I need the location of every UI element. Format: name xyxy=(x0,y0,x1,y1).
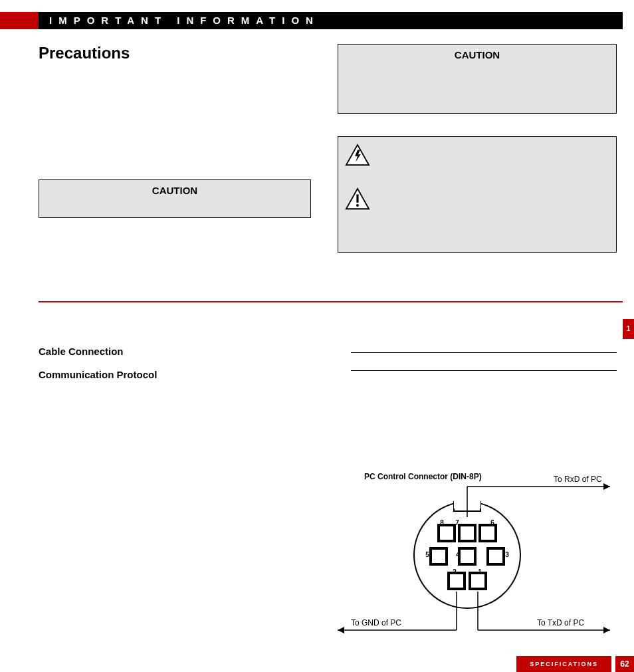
pin-7: 7 xyxy=(454,519,461,526)
subheading-cable: Cable Connection xyxy=(39,346,124,357)
caution-right-title: CAUTION xyxy=(338,45,616,60)
svg-marker-17 xyxy=(603,483,610,490)
red-divider xyxy=(39,301,623,302)
header-accent xyxy=(0,12,39,29)
header-bar: IMPORTANT INFORMATION xyxy=(0,12,623,29)
pin-1: 1 xyxy=(476,568,483,576)
label-txd: To TxD of PC xyxy=(537,618,584,627)
footer: SPECIFICATIONS 62 xyxy=(516,656,634,672)
warning-box xyxy=(338,136,617,253)
footer-label: SPECIFICATIONS xyxy=(516,656,611,672)
side-tab: 1 xyxy=(623,319,634,339)
footer-page: 62 xyxy=(615,656,634,672)
svg-marker-20 xyxy=(603,627,610,633)
pin-8: 8 xyxy=(439,519,445,526)
caution-left-title: CAUTION xyxy=(39,180,310,196)
svg-point-3 xyxy=(356,204,359,207)
rule-top xyxy=(351,352,617,353)
page-content: Precautions CAUTION CAUTION xyxy=(39,40,623,672)
pin-4: 4 xyxy=(455,551,461,558)
pin-3: 3 xyxy=(504,551,510,558)
svg-rect-2 xyxy=(356,194,358,202)
subheading-protocol: Communication Protocol xyxy=(39,369,157,380)
header-title: IMPORTANT INFORMATION xyxy=(39,12,623,29)
warning-electric-icon xyxy=(345,144,609,169)
caution-box-right: CAUTION xyxy=(338,44,617,114)
connector-diagram: PC Control Connector (DIN-8P) xyxy=(324,472,630,651)
warning-exclaim-icon xyxy=(345,187,609,213)
caution-box-left: CAUTION xyxy=(39,179,311,218)
svg-marker-23 xyxy=(338,627,344,633)
pin-2: 2 xyxy=(451,568,458,576)
rule-bottom xyxy=(351,370,617,371)
pin-6: 6 xyxy=(489,519,496,526)
section-title: Precautions xyxy=(39,44,130,62)
label-rxd: To RxD of PC xyxy=(554,475,602,484)
label-gnd: To GND of PC xyxy=(351,618,401,627)
pin-5: 5 xyxy=(424,551,431,558)
